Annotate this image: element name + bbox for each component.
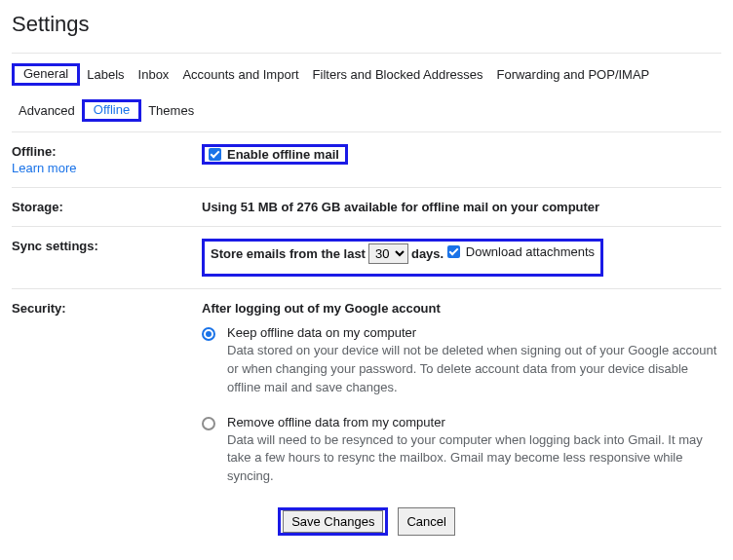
radio-remove-data[interactable] (202, 417, 215, 430)
tab-themes[interactable]: Themes (141, 99, 201, 122)
storage-label: Storage: (12, 200, 202, 214)
tab-forwarding-pop-imap[interactable]: Forwarding and POP/IMAP (489, 63, 656, 86)
tab-inbox[interactable]: Inbox (132, 63, 176, 86)
tab-filters-blocked[interactable]: Filters and Blocked Addresses (306, 63, 490, 86)
days-select[interactable]: 30 (368, 243, 408, 264)
tab-advanced[interactable]: Advanced (12, 99, 82, 122)
page-title: Settings (12, 12, 721, 37)
highlight-save: Save Changes (278, 507, 388, 536)
section-storage: Storage: Using 51 MB of 276 GB available… (12, 187, 721, 226)
tab-general[interactable]: General (17, 62, 75, 85)
highlight-general: General (12, 63, 80, 86)
tab-labels[interactable]: Labels (80, 63, 131, 86)
store-suffix: days. (411, 246, 444, 261)
download-attachments-checkbox[interactable] (447, 245, 460, 258)
storage-text: Using 51 MB of 276 GB available for offl… (202, 200, 721, 214)
learn-more-link[interactable]: Learn more (12, 161, 202, 175)
offline-label: Offline: (12, 144, 57, 159)
highlight-offline-tab: Offline (82, 99, 141, 122)
radio-keep-data[interactable] (202, 327, 215, 341)
tabs-row-2: Advanced Offline Themes (12, 93, 721, 131)
highlight-enable-offline: Enable offline mail (202, 144, 348, 165)
remove-data-title: Remove offline data from my computer (227, 415, 721, 429)
enable-offline-label: Enable offline mail (227, 147, 339, 162)
sync-label: Sync settings: (12, 239, 202, 253)
save-button[interactable]: Save Changes (283, 510, 383, 533)
keep-data-desc: Data stored on your device will not be d… (227, 342, 721, 397)
cancel-button[interactable]: Cancel (398, 507, 454, 536)
enable-offline-checkbox[interactable] (209, 148, 221, 161)
tabs-row-1: General Labels Inbox Accounts and Import… (12, 53, 721, 93)
security-label: Security: (12, 301, 202, 316)
store-prefix: Store emails from the last (211, 246, 366, 261)
highlight-sync-settings: Store emails from the last 30 days. Down… (202, 239, 603, 277)
download-attachments-label: Download attachments (466, 244, 595, 259)
tab-accounts-import[interactable]: Accounts and Import (175, 63, 305, 86)
section-security: Security: After logging out of my Google… (12, 288, 721, 498)
section-offline: Offline: Learn more Enable offline mail (12, 131, 721, 187)
button-bar: Save Changes Cancel (12, 498, 721, 536)
security-heading: After logging out of my Google account (202, 301, 721, 316)
section-sync: Sync settings: Store emails from the las… (12, 226, 721, 288)
remove-data-desc: Data will need to be resynced to your co… (227, 431, 721, 487)
tab-offline[interactable]: Offline (87, 98, 136, 121)
keep-data-title: Keep offline data on my computer (227, 325, 721, 340)
